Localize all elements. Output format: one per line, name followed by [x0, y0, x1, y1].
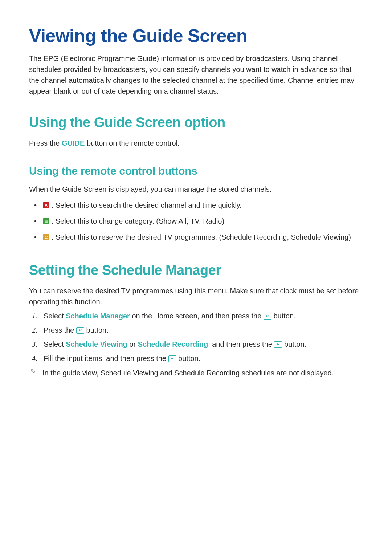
- schedule-manager-label: Schedule Manager: [66, 312, 130, 320]
- step-number: 3.: [32, 339, 37, 350]
- button-c-icon: C: [43, 234, 49, 240]
- step-number: 2.: [32, 325, 37, 336]
- schedule-steps-list: 1. Select Schedule Manager on the Home s…: [29, 311, 363, 364]
- remote-intro-text: When the Guide Screen is displayed, you …: [29, 184, 363, 195]
- list-item: 1. Select Schedule Manager on the Home s…: [32, 311, 363, 321]
- text-fragment: on the Home screen, and then press the: [130, 312, 264, 320]
- note-text: In the guide view, Schedule Viewing and …: [42, 367, 334, 378]
- text-fragment: button.: [282, 340, 306, 348]
- enter-icon: ↵: [76, 327, 84, 334]
- subsection-heading-remote: Using the remote control buttons: [29, 165, 363, 177]
- list-item: 2. Press the ↵ button.: [32, 325, 363, 336]
- text-fragment: , and then press the: [208, 340, 274, 348]
- enter-icon: ↵: [264, 313, 271, 320]
- text-fragment: Select: [44, 312, 66, 320]
- intro-paragraph: The EPG (Electronic Programme Guide) inf…: [29, 53, 363, 97]
- text-fragment: button.: [84, 326, 109, 334]
- step-number: 1.: [32, 311, 37, 321]
- text-fragment: button.: [271, 312, 296, 320]
- list-item: 4. Fill the input items, and then press …: [32, 353, 363, 364]
- step-number: 4.: [32, 353, 37, 364]
- button-b-icon: B: [43, 218, 49, 224]
- text-fragment: Select: [44, 340, 66, 348]
- schedule-recording-label: Schedule Recording: [138, 340, 208, 348]
- enter-icon: ↵: [168, 355, 176, 362]
- pencil-icon: ✎: [30, 367, 36, 378]
- section-heading-option: Using the Guide Screen option: [29, 115, 363, 130]
- text-fragment: : Select this to reserve the desired TV …: [49, 233, 351, 241]
- guide-button-label: GUIDE: [62, 139, 85, 147]
- text-fragment: : Select this to change category. (Show …: [49, 217, 224, 225]
- text-fragment: or: [127, 340, 138, 348]
- list-item: C : Select this to reserve the desired T…: [39, 232, 363, 243]
- text-fragment: Fill the input items, and then press the: [44, 354, 168, 362]
- schedule-viewing-label: Schedule Viewing: [66, 340, 127, 348]
- enter-icon: ↵: [274, 341, 282, 348]
- list-item: 3. Select Schedule Viewing or Schedule R…: [32, 339, 363, 350]
- page-title: Viewing the Guide Screen: [29, 25, 363, 46]
- text-fragment: button.: [176, 354, 201, 362]
- remote-button-list: A : Select this to search the desired ch…: [29, 200, 363, 243]
- note-block: ✎ In the guide view, Schedule Viewing an…: [29, 367, 363, 378]
- list-item: B : Select this to change category. (Sho…: [39, 216, 363, 227]
- button-a-icon: A: [43, 202, 49, 208]
- text-fragment: Press the: [44, 326, 76, 334]
- list-item: A : Select this to search the desired ch…: [39, 200, 363, 211]
- press-guide-text: Press the GUIDE button on the remote con…: [29, 138, 363, 149]
- section-heading-schedule: Setting the Schedule Manager: [29, 263, 363, 278]
- text-fragment: Press the: [29, 139, 62, 147]
- text-fragment: : Select this to search the desired chan…: [49, 201, 242, 209]
- schedule-intro-text: You can reserve the desired TV programme…: [29, 285, 363, 307]
- text-fragment: button on the remote control.: [85, 139, 179, 147]
